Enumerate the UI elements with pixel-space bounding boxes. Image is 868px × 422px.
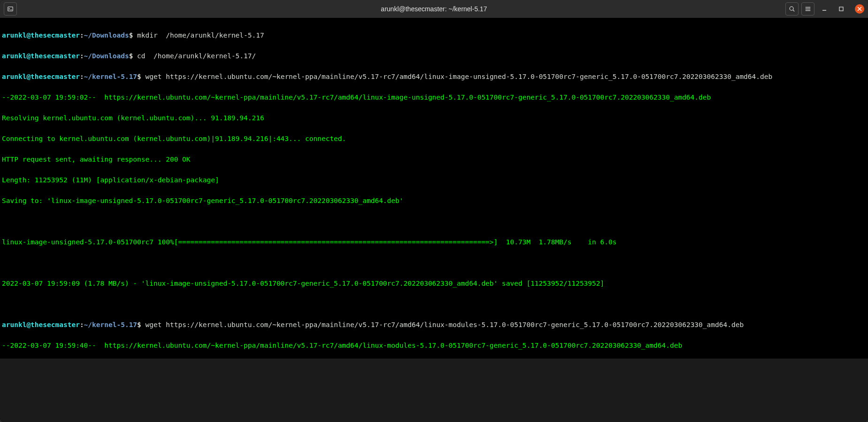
output-line: Length: 11253952 (11M) [application/x-de…	[2, 175, 866, 185]
svg-rect-0	[8, 7, 13, 11]
minimize-button[interactable]	[820, 5, 829, 13]
empty-area	[0, 359, 868, 422]
command-text: wget https://kernel.ubuntu.com/~kernel-p…	[146, 321, 744, 328]
terminal-output[interactable]: arunkl@thesecmaster:~/Downloads$ mkdir /…	[0, 18, 868, 359]
svg-rect-2	[839, 7, 843, 11]
search-icon	[789, 6, 795, 12]
command-text: cd /home/arunkl/kernel-5.17/	[137, 52, 256, 60]
output-line: Connecting to kernel.ubuntu.com (kernel.…	[2, 133, 866, 144]
prompt-user: arunkl@thesecmaster	[2, 31, 80, 39]
progress-line: linux-image-unsigned-5.17.0-051700rc7 10…	[2, 237, 866, 247]
menu-button[interactable]	[801, 2, 814, 16]
new-tab-button[interactable]	[4, 2, 17, 16]
titlebar: arunkl@thesecmaster: ~/kernel-5.17	[0, 0, 868, 18]
svg-point-1	[790, 7, 793, 10]
output-line: --2022-03-07 19:59:40-- https://kernel.u…	[2, 340, 866, 351]
window-title: arunkl@thesecmaster: ~/kernel-5.17	[381, 5, 487, 13]
close-button[interactable]	[855, 4, 864, 14]
command-text: mkdir /home/arunkl/kernel-5.17	[137, 31, 264, 39]
terminal-window: arunkl@thesecmaster: ~/kernel-5.17	[0, 0, 868, 422]
maximize-icon	[838, 6, 844, 12]
output-line: 2022-03-07 19:59:09 (1.78 MB/s) - 'linux…	[2, 278, 866, 289]
terminal-tab-icon	[7, 6, 14, 12]
output-line: HTTP request sent, awaiting response... …	[2, 154, 866, 164]
close-icon	[857, 7, 862, 11]
prompt-path: ~/Downloads	[84, 31, 129, 39]
output-line: Resolving kernel.ubuntu.com (kernel.ubun…	[2, 113, 866, 123]
hamburger-icon	[805, 6, 811, 12]
maximize-button[interactable]	[837, 5, 845, 13]
output-line: --2022-03-07 19:59:02-- https://kernel.u…	[2, 92, 866, 102]
output-line: Saving to: 'linux-image-unsigned-5.17.0-…	[2, 195, 866, 206]
search-button[interactable]	[785, 2, 799, 16]
command-text: wget https://kernel.ubuntu.com/~kernel-p…	[146, 73, 773, 80]
minimize-icon	[822, 6, 827, 12]
